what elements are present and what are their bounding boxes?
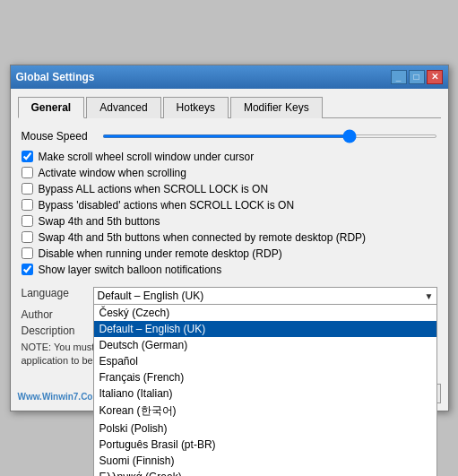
checkbox-scroll-window[interactable]: [22, 151, 33, 162]
checkbox-row-1: Make scroll wheel scroll window under cu…: [22, 151, 437, 163]
checkbox-swap-4th-5th-label: Swap 4th and 5th buttons: [39, 215, 160, 228]
general-tab-content: Mouse Speed Make scroll wheel scroll win…: [18, 125, 441, 372]
tab-modifier-keys[interactable]: Modifier Keys: [230, 97, 323, 118]
option-polish[interactable]: Polski (Polish): [94, 420, 436, 437]
language-dropdown-list[interactable]: Český (Czech) Default – English (UK) Deu…: [93, 305, 437, 476]
maximize-button[interactable]: □: [409, 70, 425, 84]
checkbox-row-3: Bypass ALL actions when SCROLL LOCK is O…: [22, 183, 437, 195]
checkbox-row-8: Show layer switch balloon notifications: [22, 264, 437, 276]
title-bar-buttons: _ □ ✕: [391, 70, 443, 84]
checkbox-row-6: Swap 4th and 5th buttons when connected …: [22, 231, 437, 244]
checkbox-swap-4th-5th-rdp[interactable]: [22, 231, 33, 243]
checkbox-disable-rdp-label: Disable when running under remote deskto…: [39, 247, 282, 260]
tab-bar: General Advanced Hotkeys Modifier Keys: [18, 96, 441, 118]
checkbox-activate-window-label: Activate window when scrolling: [39, 167, 186, 179]
mouse-speed-row: Mouse Speed: [22, 129, 437, 143]
title-bar: Global Settings _ □ ✕: [11, 65, 448, 89]
language-dropdown-container: Český (Czech) Default – English (UK) Deu…: [93, 287, 437, 305]
watermark: Www.Winwin7.Com: [18, 392, 101, 402]
tab-general[interactable]: General: [18, 97, 85, 118]
description-label: Description: [22, 325, 93, 337]
checkbox-disable-rdp[interactable]: [22, 247, 33, 259]
option-english-uk[interactable]: Default – English (UK): [94, 321, 436, 337]
mouse-speed-slider-container: [102, 129, 437, 143]
checkbox-bypass-disabled[interactable]: [22, 199, 33, 211]
option-german[interactable]: Deutsch (German): [94, 337, 436, 353]
content-area: General Advanced Hotkeys Modifier Keys M…: [11, 89, 448, 379]
checkbox-bypass-all[interactable]: [22, 183, 33, 195]
option-korean[interactable]: Korean (한국어): [94, 402, 436, 420]
checkbox-show-balloon[interactable]: [22, 264, 33, 275]
option-french[interactable]: Français (French): [94, 369, 436, 385]
option-greek[interactable]: Ελληνικά (Greek): [94, 469, 436, 476]
checkbox-bypass-all-label: Bypass ALL actions when SCROLL LOCK is O…: [39, 183, 269, 195]
window-title: Global Settings: [16, 71, 95, 83]
language-dropdown-wrapper: Český (Czech) Default – English (UK) Deu…: [93, 287, 437, 305]
checkbox-show-balloon-label: Show layer switch balloon notifications: [39, 264, 222, 276]
option-portuguese[interactable]: Português Brasil (pt-BR): [94, 437, 436, 453]
minimize-button[interactable]: _: [391, 70, 407, 84]
option-finnish[interactable]: Suomi (Finnish): [94, 453, 436, 469]
checkbox-row-2: Activate window when scrolling: [22, 167, 437, 179]
option-spanish[interactable]: Español: [94, 353, 436, 369]
mouse-speed-slider[interactable]: [102, 134, 437, 138]
language-select[interactable]: Český (Czech) Default – English (UK) Deu…: [93, 287, 437, 305]
author-label: Author: [22, 308, 93, 321]
checkbox-scroll-window-label: Make scroll wheel scroll window under cu…: [39, 151, 255, 163]
option-italian[interactable]: Italiano (Italian): [94, 385, 436, 402]
checkbox-row-4: Bypass 'disabled' actions when SCROLL LO…: [22, 199, 437, 212]
tab-advanced[interactable]: Advanced: [86, 97, 160, 118]
mouse-speed-label: Mouse Speed: [22, 130, 102, 143]
tab-hotkeys[interactable]: Hotkeys: [163, 97, 229, 118]
checkbox-row-5: Swap 4th and 5th buttons: [22, 215, 437, 228]
checkbox-swap-4th-5th-rdp-label: Swap 4th and 5th buttons when connected …: [39, 231, 367, 244]
close-button[interactable]: ✕: [427, 70, 443, 84]
language-label: Language: [22, 287, 93, 299]
checkbox-row-7: Disable when running under remote deskto…: [22, 247, 437, 260]
checkbox-swap-4th-5th[interactable]: [22, 215, 33, 227]
option-czech[interactable]: Český (Czech): [94, 305, 436, 321]
language-row: Language Český (Czech) Default – English…: [22, 287, 437, 305]
global-settings-window: Global Settings _ □ ✕ General Advanced H…: [10, 65, 449, 412]
checkbox-bypass-disabled-label: Bypass 'disabled' actions when SCROLL LO…: [39, 199, 295, 212]
checkbox-activate-window[interactable]: [22, 167, 33, 178]
